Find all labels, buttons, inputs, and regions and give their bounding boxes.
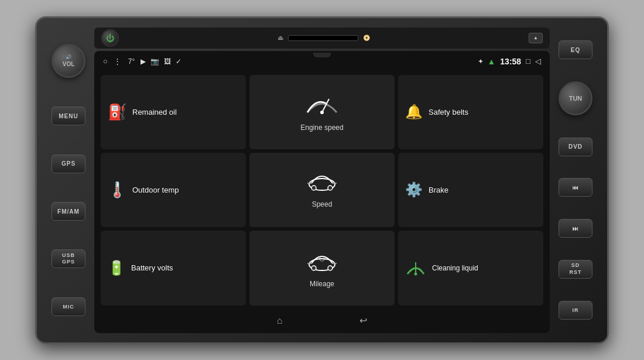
safety-belts-cell[interactable]: 🔔 Safety belts xyxy=(398,75,543,149)
eject-button[interactable]: ▲ xyxy=(529,33,543,43)
svg-point-4 xyxy=(328,186,333,190)
ir-button[interactable]: IR xyxy=(559,301,592,320)
dots-icon[interactable]: ⋮ xyxy=(114,57,122,66)
youtube-icon[interactable]: ▶ xyxy=(141,57,146,66)
nav-home-icon[interactable]: ⌂ xyxy=(277,316,283,326)
car-radio: 🔊 VOL MENU GPS FM/AM USBGPS MIC ⏻ ⏏ 📀 ▲ xyxy=(35,16,609,344)
battery-icon: 🔋 xyxy=(108,260,125,276)
center-section: ⏻ ⏏ 📀 ▲ ○ ⋮ 7° xyxy=(92,24,552,337)
cd-slot xyxy=(288,35,358,41)
svg-point-3 xyxy=(311,186,316,190)
brake-icon: ⚙️ xyxy=(405,181,423,198)
tun-knob[interactable]: TUN xyxy=(559,81,592,115)
fuel-icon: ⛽ xyxy=(108,103,126,121)
vol-label: VOL xyxy=(63,61,75,67)
speed-label: Speed xyxy=(312,200,333,208)
main-grid: ⛽ Remained oil Engine speed xyxy=(96,70,548,310)
speed-cell[interactable]: Speed xyxy=(249,153,395,227)
check-icon[interactable]: ✓ xyxy=(176,57,181,66)
bottom-nav: ⌂ ↩ xyxy=(96,310,548,331)
usb-gps-button[interactable]: USBGPS xyxy=(52,249,85,268)
cd-area: ⏏ 📀 xyxy=(278,34,370,42)
dvd-button[interactable]: DVD xyxy=(559,138,592,156)
brake-cell[interactable]: ⚙️ Brake xyxy=(398,153,543,227)
temperature-display: 7° xyxy=(128,57,135,66)
media-icons: ▶ 📷 🖼 ✓ xyxy=(141,57,181,66)
screen-content: ○ ⋮ 7° ▶ 📷 🖼 ✓ ✦ ▲ xyxy=(96,53,548,331)
belt-icon: 🔔 xyxy=(405,104,423,120)
remained-oil-cell[interactable]: ⛽ Remained oil xyxy=(101,75,246,149)
engine-speed-icon xyxy=(304,92,340,115)
svg-point-1 xyxy=(320,111,324,114)
remained-oil-label: Remained oil xyxy=(132,108,239,116)
left-panel: 🔊 VOL MENU GPS FM/AM USBGPS MIC xyxy=(45,24,92,337)
battery-volts-cell[interactable]: 🔋 Battery volts xyxy=(101,231,246,305)
gallery-icon[interactable]: 🖼 xyxy=(164,57,171,66)
right-panel: EQ TUN DVD ⏮ ⏭ SDRST IR xyxy=(552,24,599,337)
back-nav-icon[interactable]: ◁ xyxy=(535,57,541,66)
bluetooth-icon: ✦ xyxy=(478,57,484,66)
top-bar: ⏻ ⏏ 📀 ▲ xyxy=(94,28,550,49)
speed-car-icon xyxy=(304,172,340,192)
safety-belts-label: Safety belts xyxy=(429,108,536,116)
engine-speed-cell[interactable]: Engine speed xyxy=(249,75,395,149)
svg-point-10 xyxy=(328,266,333,270)
next-button[interactable]: ⏭ xyxy=(559,219,592,238)
top-bar-left: ⏻ xyxy=(101,29,119,47)
eq-button[interactable]: EQ xyxy=(559,40,592,59)
home-icon[interactable]: ○ xyxy=(103,57,108,66)
tun-label: TUN xyxy=(569,95,583,102)
volume-knob[interactable]: 🔊 VOL xyxy=(52,44,85,78)
mileage-cell[interactable]: Mileage xyxy=(249,231,395,305)
battery-volts-label: Battery volts xyxy=(131,263,239,272)
window-icon[interactable]: □ xyxy=(526,57,530,66)
fmam-button[interactable]: FM/AM xyxy=(52,202,85,221)
time-display: 13:58 xyxy=(500,57,521,66)
svg-point-14 xyxy=(415,272,417,275)
cleaning-liquid-label: Cleaning liquid xyxy=(432,264,536,272)
status-right: ✦ ▲ 13:58 □ ◁ xyxy=(478,57,541,66)
mileage-icon xyxy=(304,248,340,272)
camera-icon[interactable]: 📷 xyxy=(150,57,159,66)
engine-speed-label: Engine speed xyxy=(300,124,343,132)
power-button[interactable]: ⏻ xyxy=(101,29,119,47)
status-left: ○ ⋮ 7° ▶ 📷 🖼 ✓ xyxy=(103,57,181,66)
wifi-icon: ▲ xyxy=(487,57,495,66)
brake-label: Brake xyxy=(429,186,536,194)
svg-point-9 xyxy=(311,266,316,270)
sd-rst-button[interactable]: SDRST xyxy=(559,260,592,279)
mic-button[interactable]: MIC xyxy=(52,297,85,316)
prev-button[interactable]: ⏮ xyxy=(559,178,592,197)
connectivity-icons: ✦ ▲ xyxy=(478,57,495,66)
thermometer-icon: 🌡️ xyxy=(108,181,126,199)
mileage-label: Mileage xyxy=(310,280,334,288)
outdoor-temp-label: Outdoor temp xyxy=(132,186,239,194)
cleaning-liquid-cell[interactable]: Cleaning liquid xyxy=(398,231,543,305)
top-notch xyxy=(313,53,331,57)
gps-button[interactable]: GPS xyxy=(52,155,85,173)
screen: ○ ⋮ 7° ▶ 📷 🖼 ✓ ✦ ▲ xyxy=(94,51,550,333)
menu-button[interactable]: MENU xyxy=(52,107,85,125)
outdoor-temp-cell[interactable]: 🌡️ Outdoor temp xyxy=(101,153,246,227)
wiper-icon xyxy=(405,260,426,276)
nav-back-icon[interactable]: ↩ xyxy=(359,315,367,326)
